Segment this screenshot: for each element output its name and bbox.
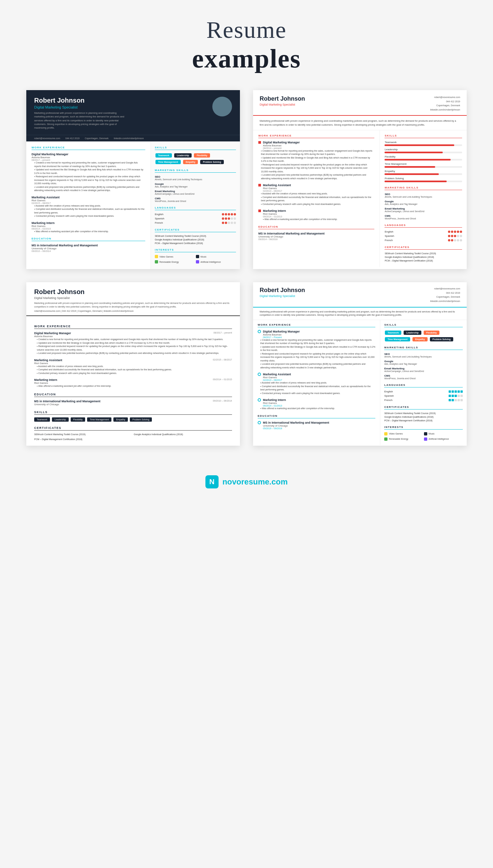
r4-mkt-3: Email Marketing ActiveCampaign, Litmus a… <box>384 367 463 372</box>
page-title-line2: examples <box>192 44 301 74</box>
r4-mkt-1: SEO Ahrefs, Semrush and Link-building Te… <box>384 353 463 358</box>
r2-skill-leadership: Leadership <box>385 148 462 153</box>
brand-logo: N <box>206 475 218 489</box>
resume-card-3: Robert Johnson Digital Marketing Special… <box>26 282 240 446</box>
r2-job-3: Marketing Intern Riot Games 09/2014 – 01… <box>258 209 374 221</box>
r2-job-marker-1 <box>258 141 261 144</box>
r2-job-marker-2 <box>258 184 261 186</box>
r4-interest-ai: Artificial Intelligence <box>424 437 463 441</box>
r1-name: Robert Johnson <box>34 97 126 104</box>
skill-problem: Problem Solving <box>200 160 223 164</box>
r1-mkt-3: Email Marketing ActiveCampaign, Litmus a… <box>155 190 236 195</box>
r1-job-1: Digital Marketing Manager Astoria Baumax… <box>31 152 145 192</box>
r4-skill-time: Time Management <box>385 337 410 342</box>
r1-summary: Marketing professional with proven exper… <box>34 111 126 130</box>
r1-cert-2: Google Analytics Individual Qualificatio… <box>155 239 236 241</box>
r4-left: WORK EXPERIENCE Digital Marketing Manage… <box>253 320 380 445</box>
r2-mkt-3: Email Marketing ActiveCampaign, Litmus a… <box>385 207 462 212</box>
r1-cert-1: SEMrush Content Marketing Toolkit Course… <box>155 235 236 237</box>
r1-skill-tags: Teamwork Leadership Flexibility Time Man… <box>155 152 236 165</box>
r4-skill-tags: Teamwork Leadership Flexibility Time Man… <box>384 330 463 342</box>
r4-lang-french: French <box>384 399 463 401</box>
r2-mkt-2: Google Ads, Analytics and Tag Manager <box>385 200 462 205</box>
r1-linkedin: linkedin.com/in/robertjohnson <box>114 137 144 140</box>
r1-right: SKILLS Teamwork Leadership Flexibility T… <box>151 141 240 269</box>
r1-interests: Video Games Music Renewable Energy Artif… <box>155 255 236 265</box>
r2-mkt-1: SEO Ahrefs, Semrush and Link-building Te… <box>385 193 462 198</box>
page-footer: N novoresume.com <box>206 466 288 502</box>
resume-card-2: Robert Johnson Digital Marketing Special… <box>253 90 467 269</box>
r1-email: robert@novoresume.com <box>34 137 60 140</box>
r2-body: WORK EXPERIENCE Digital Marketing Manage… <box>253 130 467 267</box>
r1-header: Robert Johnson Digital Marketing Special… <box>26 90 240 135</box>
r1-mkt-title: MARKETING SKILLS <box>155 169 236 173</box>
r3-skills: Teamwork Leadership Flexibility Time Man… <box>34 417 232 422</box>
r4-summary: Marketing professional with proven exper… <box>253 308 467 320</box>
r4-right: SKILLS Teamwork Leadership Flexibility T… <box>380 320 467 445</box>
r1-work-title: WORK EXPERIENCE <box>31 146 145 150</box>
r1-mkt-4: CMS WordPress, Joomla and Ghost <box>155 197 236 202</box>
r2-skill-teamwork: Teamwork <box>385 141 462 146</box>
page-title-line1: Resume <box>192 17 301 44</box>
r2-job-marker-3 <box>258 209 261 212</box>
r4-interest-renewable: Renewable Energy <box>384 437 423 441</box>
r4-mkt-2: Google Ads, Analytics and Tag Manager <box>384 360 463 365</box>
r4-lang-spanish: Spanish <box>384 394 463 397</box>
r1-mkt-1: SEO Ahrefs, Semrush and Link-building Te… <box>155 175 236 181</box>
interest-music: Music <box>196 255 236 258</box>
skill-teamwork: Teamwork <box>155 153 172 158</box>
r2-right: SKILLS Teamwork Leadership Flexibility T… <box>380 130 467 267</box>
r4-job-2: Marketing Assistant Riot Games 02/2013 –… <box>258 373 376 395</box>
interest-ai: Artificial Intelligence <box>196 260 236 264</box>
r1-cert-3: PCM – Digital Management Certification (… <box>155 242 236 244</box>
skill-time-mgmt: Time Management <box>155 160 181 164</box>
brand-name[interactable]: novoresume.com <box>222 477 288 487</box>
r4-contact: robert@novoresume.com 044 412 2019 Copen… <box>430 287 460 303</box>
r1-location: Copenhagen, Denmark <box>85 137 108 140</box>
r3-job-3: Marketing Intern 09/2014 – 01/2015 Riot … <box>34 378 232 388</box>
r4-dot-edu <box>258 421 261 424</box>
r4-mkt-4: CMS WordPress, Joomla and Ghost <box>384 374 463 379</box>
r1-photo <box>212 97 232 117</box>
skill-flexibility: Flexibility <box>194 153 210 158</box>
r4-job-3: Marketing Intern Riot Games 06/2014 – 01… <box>258 398 376 411</box>
r2-summary: Marketing professional with proven exper… <box>253 116 467 130</box>
r1-edu-title: EDUCATION <box>31 237 145 241</box>
r3-header: Robert Johnson Digital Marketing Special… <box>26 282 240 316</box>
r4-header: Robert Johnson Digital Marketing Special… <box>253 282 467 307</box>
r2-contact: robert@novoresume.com 044 412 2019 Copen… <box>430 96 460 112</box>
r2-skill-flexibility: Flexibility <box>385 155 462 161</box>
interest-videogames: Video Games <box>155 255 195 258</box>
r1-title: Digital Marketing Specialist <box>34 105 126 109</box>
r3-body: WORK EXPERIENCE Digital Marketing Manage… <box>26 316 240 446</box>
interest-renewable: Renewable Energy <box>155 260 195 264</box>
lang-english: English <box>155 213 236 216</box>
r3-certs: SEMrush Content Marketing Toolkit Course… <box>34 433 232 442</box>
r2-skill-time: Time Management <box>385 163 462 168</box>
r2-skill-empathy: Empathy <box>385 170 462 175</box>
r2-lang-french: French <box>385 239 462 242</box>
lang-spanish: Spanish <box>155 217 236 220</box>
r1-job-3: Marketing Intern Riot Games 09/2014 – 02… <box>31 221 145 233</box>
r1-contact: robert@novoresume.com 044 412 2019 Copen… <box>26 135 240 141</box>
r1-lang-title: LANGUAGES <box>155 206 236 210</box>
r2-name-block: Robert Johnson Digital Marketing Special… <box>260 96 305 106</box>
r1-info: Robert Johnson Digital Marketing Special… <box>34 97 126 130</box>
r4-body: WORK EXPERIENCE Digital Marketing Manage… <box>253 320 467 445</box>
r2-header: Robert Johnson Digital Marketing Special… <box>253 90 467 116</box>
r3-job-2: Marketing Assistant 02/2015 – 08/2017 Ri… <box>34 358 232 375</box>
r1-mkt-2: Google Ads, Analytics and Tag Manager <box>155 183 236 188</box>
r4-name-block: Robert Johnson Digital Marketing Special… <box>260 287 305 298</box>
r2-left: WORK EXPERIENCE Digital Marketing Manage… <box>253 130 380 267</box>
page-header: Resume examples <box>192 0 301 84</box>
resume-grid: Robert Johnson Digital Marketing Special… <box>0 84 493 466</box>
r3-job-1: Digital Marketing Manager 08/2017 – pres… <box>34 332 232 355</box>
r4-skill-leadership: Leadership <box>404 331 421 335</box>
lang-french: French <box>155 221 236 224</box>
r4-lang-english: English <box>384 390 463 393</box>
r4-skill-empathy: Empathy <box>412 337 428 342</box>
r1-interests-title: INTERESTS <box>155 248 236 252</box>
r4-dot-2 <box>258 373 261 376</box>
r1-phone: 044 412 2019 <box>65 137 80 140</box>
r1-body: WORK EXPERIENCE Digital Marketing Manage… <box>26 141 240 269</box>
